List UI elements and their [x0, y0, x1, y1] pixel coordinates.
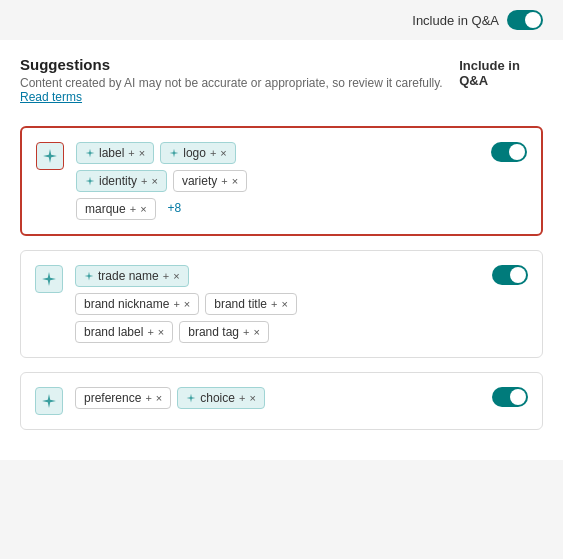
card-1-row-2: identity + × variety + ×: [76, 170, 479, 192]
suggestion-card-3: preference + × choice + ×: [20, 372, 543, 430]
tag-marque-plus[interactable]: +: [130, 203, 136, 215]
tag-more-count[interactable]: +8: [162, 198, 188, 220]
tag-choice-plus[interactable]: +: [239, 392, 245, 404]
tag-brand-nickname-x[interactable]: ×: [184, 298, 190, 310]
card-2-tags-area: trade name + × brand nickname + × brand …: [75, 265, 480, 343]
tag-marque: marque + ×: [76, 198, 156, 220]
card-2-row-3: brand label + × brand tag + ×: [75, 321, 480, 343]
suggestions-subtitle: Content created by AI may not be accurat…: [20, 76, 459, 104]
column-header-label: Include in Q&A: [459, 56, 543, 88]
header-row: Suggestions Content created by AI may no…: [20, 56, 543, 112]
tag-logo-x[interactable]: ×: [220, 147, 226, 159]
tag-ai-icon: [85, 176, 95, 186]
card-1-row-3: marque + × +8: [76, 198, 479, 220]
tag-marque-text: marque: [85, 202, 126, 216]
tag-brand-title: brand title + ×: [205, 293, 297, 315]
card-3-tags-area: preference + × choice + ×: [75, 387, 480, 409]
card-2-row-2: brand nickname + × brand title + ×: [75, 293, 480, 315]
suggestions-title: Suggestions: [20, 56, 459, 73]
tag-brand-label-text: brand label: [84, 325, 143, 339]
tag-identity-text: identity: [99, 174, 137, 188]
tag-identity-plus[interactable]: +: [141, 175, 147, 187]
tag-label-text: label: [99, 146, 124, 160]
tag-identity-x[interactable]: ×: [151, 175, 157, 187]
tag-label: label + ×: [76, 142, 154, 164]
tag-identity: identity + ×: [76, 170, 167, 192]
tag-brand-nickname-text: brand nickname: [84, 297, 169, 311]
tag-preference-plus[interactable]: +: [145, 392, 151, 404]
tag-logo: logo + ×: [160, 142, 236, 164]
tag-brand-tag: brand tag + ×: [179, 321, 269, 343]
tag-variety-plus[interactable]: +: [221, 175, 227, 187]
tag-variety-x[interactable]: ×: [232, 175, 238, 187]
card-3-toggle[interactable]: [492, 387, 528, 411]
read-terms-link[interactable]: Read terms: [20, 90, 82, 104]
card-2-toggle[interactable]: [492, 265, 528, 289]
sparkle-icon-2: [41, 271, 57, 287]
tag-preference-text: preference: [84, 391, 141, 405]
tag-brand-title-text: brand title: [214, 297, 267, 311]
card-1-row-1: label + × logo + ×: [76, 142, 479, 164]
tag-brand-label-plus[interactable]: +: [147, 326, 153, 338]
tag-ai-icon: [186, 393, 196, 403]
card-1-toggle[interactable]: [491, 142, 527, 166]
tag-brand-label-x[interactable]: ×: [158, 326, 164, 338]
tag-label-x[interactable]: ×: [139, 147, 145, 159]
card-lead-icon-2: [35, 265, 63, 293]
toggle-thumb: [525, 12, 541, 28]
suggestions-header: Suggestions Content created by AI may no…: [20, 56, 459, 104]
tag-logo-text: logo: [183, 146, 206, 160]
top-bar-toggle[interactable]: [507, 10, 543, 30]
tag-preference-x[interactable]: ×: [156, 392, 162, 404]
tag-choice: choice + ×: [177, 387, 265, 409]
suggestion-card-2: trade name + × brand nickname + × brand …: [20, 250, 543, 358]
tag-ai-icon: [84, 271, 94, 281]
suggestion-card-1: label + × logo + × i: [20, 126, 543, 236]
tag-ai-icon: [85, 148, 95, 158]
tag-trade-name-x[interactable]: ×: [173, 270, 179, 282]
card-lead-icon-3: [35, 387, 63, 415]
main-content: Suggestions Content created by AI may no…: [0, 40, 563, 460]
suggestions-subtitle-text: Content created by AI may not be accurat…: [20, 76, 443, 90]
toggle-track: [507, 10, 543, 30]
tag-brand-tag-text: brand tag: [188, 325, 239, 339]
card-2-row-1: trade name + ×: [75, 265, 480, 287]
tag-brand-nickname: brand nickname + ×: [75, 293, 199, 315]
tag-choice-text: choice: [200, 391, 235, 405]
tag-logo-plus[interactable]: +: [210, 147, 216, 159]
tag-variety-text: variety: [182, 174, 217, 188]
top-bar-toggle-label: Include in Q&A: [412, 13, 499, 28]
tag-brand-tag-x[interactable]: ×: [253, 326, 259, 338]
tag-brand-label: brand label + ×: [75, 321, 173, 343]
tag-marque-x[interactable]: ×: [140, 203, 146, 215]
sparkle-icon-3: [41, 393, 57, 409]
tag-brand-title-plus[interactable]: +: [271, 298, 277, 310]
tag-preference: preference + ×: [75, 387, 171, 409]
card-1-tags-area: label + × logo + × i: [76, 142, 479, 220]
tag-trade-name: trade name + ×: [75, 265, 189, 287]
card-lead-icon-1: [36, 142, 64, 170]
tag-variety: variety + ×: [173, 170, 247, 192]
top-bar: Include in Q&A: [0, 0, 563, 40]
tag-trade-name-text: trade name: [98, 269, 159, 283]
card-3-row-1: preference + × choice + ×: [75, 387, 480, 409]
tag-trade-name-plus[interactable]: +: [163, 270, 169, 282]
tag-brand-tag-plus[interactable]: +: [243, 326, 249, 338]
tag-label-plus[interactable]: +: [128, 147, 134, 159]
tag-ai-icon: [169, 148, 179, 158]
sparkle-icon: [42, 148, 58, 164]
tag-brand-title-x[interactable]: ×: [281, 298, 287, 310]
tag-brand-nickname-plus[interactable]: +: [173, 298, 179, 310]
tag-choice-x[interactable]: ×: [249, 392, 255, 404]
